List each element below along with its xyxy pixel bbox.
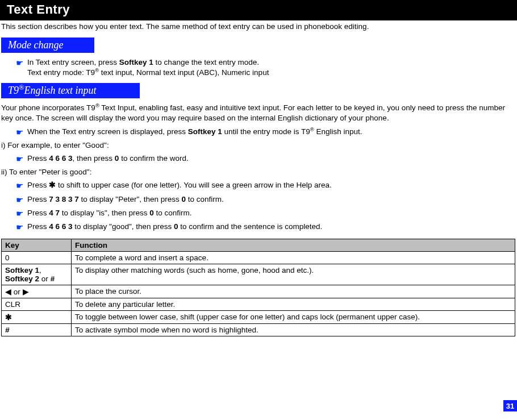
hand-icon: ☛ — [16, 180, 27, 192]
table-row: ◀ or ▶ To place the cursor. — [2, 285, 515, 298]
key-function-table: Key Function 0 To complete a word and in… — [1, 239, 515, 336]
section-heading-t9: T9®English text input — [1, 83, 140, 98]
table-row: 0 To complete a word and insert a space. — [2, 252, 515, 264]
right-arrow-icon: ▶ — [23, 288, 29, 296]
hand-icon: ☛ — [16, 222, 27, 233]
cell-key-clr: CLR — [2, 298, 72, 311]
table-row: ✱ To toggle between lower case, shift (u… — [2, 311, 515, 324]
cell-func-arrows: To place the cursor. — [72, 285, 515, 298]
cell-key-hash: # — [2, 324, 72, 336]
bullet-ex-i-1: ☛ Press 4 6 6 3, then press 0 to confirm… — [0, 152, 517, 166]
intro-text: This section describes how you enter tex… — [0, 20, 517, 34]
hand-icon: ☛ — [16, 208, 27, 219]
example-i-label: i) For example, to enter "Good": — [0, 139, 517, 152]
bullet-text: Press 4 6 6 3, then press 0 to confirm t… — [27, 153, 514, 164]
hand-icon: ☛ — [16, 127, 27, 138]
table-header-row: Key Function — [2, 239, 515, 252]
left-arrow-icon: ◀ — [5, 288, 11, 296]
hand-icon: ☛ — [16, 194, 27, 206]
hand-icon: ☛ — [16, 57, 27, 69]
hand-icon: ☛ — [16, 153, 27, 165]
bullet-text: When the Text entry screen is displayed,… — [27, 127, 514, 137]
bullet-text: Press 7 3 8 3 7 to display "Peter", then… — [27, 194, 514, 205]
star-icon: ✱ — [5, 313, 12, 322]
page-title: Text Entry — [0, 0, 517, 20]
cell-key-arrows: ◀ or ▶ — [2, 285, 72, 298]
table-row: Softkey 1, Softkey 2 or # To display oth… — [2, 264, 515, 285]
bullet-ex-ii-2: ☛ Press 7 3 8 3 7 to display "Peter", th… — [0, 193, 517, 207]
section-heading-mode-change: Mode change — [1, 38, 94, 53]
bullet-ex-ii-4: ☛ Press 4 6 6 3 to display "good", then … — [0, 221, 517, 234]
cell-key-softkeys: Softkey 1, Softkey 2 or # — [2, 264, 72, 285]
table-row: CLR To delete any particular letter. — [2, 298, 515, 311]
cell-key-star: ✱ — [2, 311, 72, 324]
cell-key-0: 0 — [2, 252, 72, 264]
bullet-text: In Text entry screen, press Softkey 1 to… — [27, 57, 514, 78]
example-ii-label: ii) To enter "Peter is good": — [0, 166, 517, 179]
t9-intro: Your phone incorporates T9® Text Input, … — [0, 102, 517, 126]
bullet-t9-press-softkey: ☛ When the Text entry screen is displaye… — [0, 126, 517, 139]
cell-func-softkeys: To display other matching words (such as… — [72, 264, 515, 285]
cell-func-star: To toggle between lower case, shift (upp… — [72, 311, 515, 324]
cell-func-hash: To activate symbol mode when no word is … — [72, 324, 515, 336]
bullet-text: Press 4 7 to display "is", then press 0 … — [27, 208, 514, 218]
bullet-text: Press 4 6 6 3 to display "good", then pr… — [27, 222, 514, 232]
bullet-ex-ii-3: ☛ Press 4 7 to display "is", then press … — [0, 207, 517, 221]
bullet-ex-ii-1: ☛ Press ✱ to shift to upper case (for on… — [0, 179, 517, 193]
cell-func-clr: To delete any particular letter. — [72, 298, 515, 311]
bullet-mode-change: ☛ In Text entry screen, press Softkey 1 … — [0, 56, 517, 79]
hash-icon: # — [51, 275, 55, 283]
star-icon: ✱ — [49, 181, 56, 189]
th-function: Function — [72, 239, 515, 252]
hash-icon: # — [5, 326, 10, 334]
bullet-text: Press ✱ to shift to upper case (for one … — [27, 180, 514, 190]
table-row: # To activate symbol mode when no word i… — [2, 324, 515, 336]
cell-func-0: To complete a word and insert a space. — [72, 252, 515, 264]
th-key: Key — [2, 239, 72, 252]
page-number: 31 — [503, 400, 517, 411]
